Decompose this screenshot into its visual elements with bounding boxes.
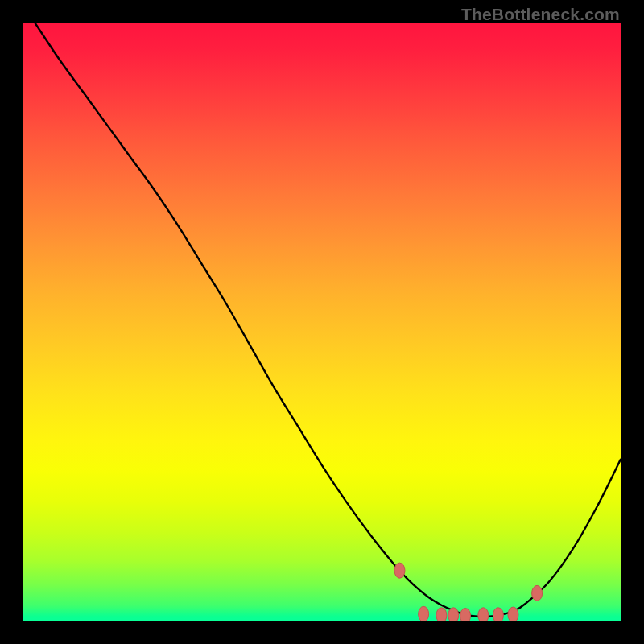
optimal-marker bbox=[448, 608, 459, 621]
optimal-marker bbox=[493, 608, 503, 621]
optimal-marker bbox=[532, 585, 543, 601]
optimal-marker bbox=[436, 608, 447, 621]
bottleneck-curve bbox=[35, 23, 621, 617]
optimal-marker bbox=[460, 609, 471, 621]
plot-area bbox=[23, 23, 621, 621]
optimal-marker bbox=[394, 563, 405, 578]
optimal-marker bbox=[419, 606, 429, 621]
watermark-text: TheBottleneck.com bbox=[461, 5, 620, 24]
optimal-markers bbox=[394, 563, 543, 621]
curve-layer bbox=[23, 23, 621, 621]
optimal-marker bbox=[508, 607, 518, 621]
chart-frame: TheBottleneck.com bbox=[0, 0, 644, 644]
optimal-marker bbox=[478, 608, 489, 621]
